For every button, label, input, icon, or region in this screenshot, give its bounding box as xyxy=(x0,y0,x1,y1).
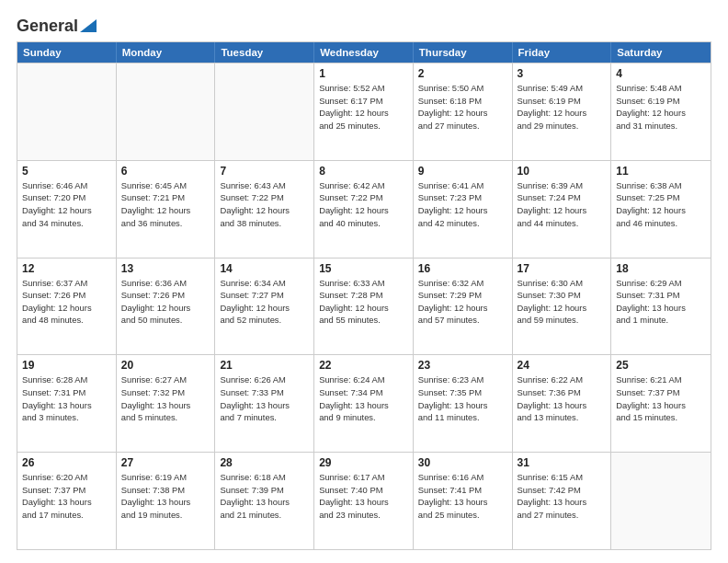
cell-line: Sunset: 7:34 PM xyxy=(319,386,408,399)
cell-line: Daylight: 12 hours xyxy=(319,302,408,315)
cal-row-3: 19Sunrise: 6:28 AMSunset: 7:31 PMDayligh… xyxy=(17,354,711,452)
cell-line: Daylight: 12 hours xyxy=(418,302,507,315)
cal-row-1: 5Sunrise: 6:46 AMSunset: 7:20 PMDaylight… xyxy=(17,160,711,258)
cell-line: Daylight: 12 hours xyxy=(319,107,408,120)
day-number: 16 xyxy=(418,262,507,275)
day-number: 7 xyxy=(220,165,309,178)
cell-line: Sunrise: 6:18 AM xyxy=(220,471,309,484)
cell-line: and 1 minute. xyxy=(616,314,706,327)
cell-line: Sunrise: 5:49 AM xyxy=(518,82,607,95)
day-number: 9 xyxy=(418,165,507,178)
cell-line: and 27 minutes. xyxy=(518,509,607,522)
cell-line: Sunset: 7:21 PM xyxy=(121,191,210,204)
cell-line: Sunrise: 6:27 AM xyxy=(121,373,210,386)
cell-line: Daylight: 12 hours xyxy=(418,204,507,217)
day-number: 27 xyxy=(121,456,210,469)
day-number: 24 xyxy=(518,359,607,372)
cell-line: and 52 minutes. xyxy=(220,314,309,327)
cal-cell: 23Sunrise: 6:23 AMSunset: 7:35 PMDayligh… xyxy=(414,355,513,452)
cell-line: and 27 minutes. xyxy=(418,120,507,132)
cell-line: Sunrise: 6:43 AM xyxy=(220,179,309,192)
calendar-header: SundayMondayTuesdayWednesdayThursdayFrid… xyxy=(17,42,711,63)
cell-line: Daylight: 13 hours xyxy=(418,496,507,509)
cal-cell: 8Sunrise: 6:42 AMSunset: 7:22 PMDaylight… xyxy=(314,161,414,258)
weekday-header-thursday: Thursday xyxy=(414,42,513,63)
cell-line: Sunrise: 6:19 AM xyxy=(121,471,210,484)
cell-line: Sunset: 7:36 PM xyxy=(518,386,607,399)
cal-cell: 31Sunrise: 6:15 AMSunset: 7:42 PMDayligh… xyxy=(513,453,612,549)
day-number: 21 xyxy=(220,359,309,372)
cell-line: Sunset: 7:30 PM xyxy=(518,289,607,302)
cal-row-4: 26Sunrise: 6:20 AMSunset: 7:37 PMDayligh… xyxy=(17,452,711,549)
cell-line: Sunset: 7:27 PM xyxy=(220,289,309,302)
cell-line: Sunrise: 5:50 AM xyxy=(418,82,507,95)
cell-line: Daylight: 13 hours xyxy=(22,399,111,412)
cell-line: Sunrise: 6:32 AM xyxy=(418,277,507,290)
weekday-header-saturday: Saturday xyxy=(611,42,711,63)
cell-line: Daylight: 12 hours xyxy=(319,204,408,217)
cell-line: Daylight: 13 hours xyxy=(22,496,111,509)
cell-line: and 17 minutes. xyxy=(22,509,111,522)
cell-line: Sunset: 7:41 PM xyxy=(418,484,507,497)
svg-marker-0 xyxy=(80,19,97,32)
cell-line: and 31 minutes. xyxy=(616,120,706,132)
day-number: 26 xyxy=(22,456,111,469)
cell-line: Sunset: 7:32 PM xyxy=(121,386,210,399)
day-number: 13 xyxy=(121,262,210,275)
cell-line: Daylight: 12 hours xyxy=(518,107,607,120)
logo: General xyxy=(17,17,97,34)
cell-line: Sunrise: 6:16 AM xyxy=(418,471,507,484)
cell-line: Sunrise: 6:21 AM xyxy=(616,373,706,386)
page: General SundayMondayTuesdayWednesdayThur… xyxy=(0,0,728,563)
cell-line: Sunrise: 6:37 AM xyxy=(22,277,111,290)
cal-cell: 22Sunrise: 6:24 AMSunset: 7:34 PMDayligh… xyxy=(314,355,414,452)
cell-line: Sunset: 6:19 PM xyxy=(518,95,607,108)
cell-line: and 15 minutes. xyxy=(616,411,706,424)
cell-line: Daylight: 13 hours xyxy=(616,399,706,412)
cell-line: Sunrise: 6:34 AM xyxy=(220,277,309,290)
weekday-header-monday: Monday xyxy=(117,42,216,63)
cell-line: Sunrise: 6:38 AM xyxy=(616,179,706,192)
cal-cell: 30Sunrise: 6:16 AMSunset: 7:41 PMDayligh… xyxy=(414,453,513,549)
cell-line: Daylight: 12 hours xyxy=(22,204,111,217)
cell-line: Sunrise: 6:36 AM xyxy=(121,277,210,290)
cell-line: Daylight: 13 hours xyxy=(418,399,507,412)
cell-line: Sunrise: 6:28 AM xyxy=(22,373,111,386)
cal-cell: 20Sunrise: 6:27 AMSunset: 7:32 PMDayligh… xyxy=(117,355,216,452)
cell-line: Sunset: 7:25 PM xyxy=(616,191,706,204)
day-number: 3 xyxy=(518,67,607,80)
cal-cell xyxy=(611,453,711,549)
cal-cell: 5Sunrise: 6:46 AMSunset: 7:20 PMDaylight… xyxy=(17,161,117,258)
weekday-header-sunday: Sunday xyxy=(17,42,117,63)
cell-line: Daylight: 12 hours xyxy=(121,204,210,217)
cell-line: Daylight: 12 hours xyxy=(418,107,507,120)
day-number: 22 xyxy=(319,359,408,372)
cal-cell: 2Sunrise: 5:50 AMSunset: 6:18 PMDaylight… xyxy=(414,63,513,160)
cell-line: and 11 minutes. xyxy=(418,411,507,424)
cal-cell: 18Sunrise: 6:29 AMSunset: 7:31 PMDayligh… xyxy=(611,259,711,355)
cell-line: and 9 minutes. xyxy=(319,411,408,424)
cell-line: Sunset: 7:26 PM xyxy=(22,289,111,302)
cal-cell xyxy=(17,63,117,160)
calendar-body: 1Sunrise: 5:52 AMSunset: 6:17 PMDaylight… xyxy=(17,63,711,549)
cell-line: Sunset: 7:29 PM xyxy=(418,289,507,302)
cal-cell: 19Sunrise: 6:28 AMSunset: 7:31 PMDayligh… xyxy=(17,355,117,452)
day-number: 30 xyxy=(418,456,507,469)
cell-line: and 59 minutes. xyxy=(518,314,607,327)
cell-line: Sunrise: 6:46 AM xyxy=(22,179,111,192)
cal-cell: 3Sunrise: 5:49 AMSunset: 6:19 PMDaylight… xyxy=(513,63,612,160)
cal-cell xyxy=(117,63,216,160)
day-number: 5 xyxy=(22,165,111,178)
cell-line: Daylight: 12 hours xyxy=(220,302,309,315)
day-number: 28 xyxy=(220,456,309,469)
cell-line: Daylight: 12 hours xyxy=(518,302,607,315)
cell-line: and 50 minutes. xyxy=(121,314,210,327)
day-number: 6 xyxy=(121,165,210,178)
cell-line: and 36 minutes. xyxy=(121,217,210,230)
cal-cell xyxy=(215,63,314,160)
cell-line: and 42 minutes. xyxy=(418,217,507,230)
cell-line: and 25 minutes. xyxy=(319,120,408,132)
cell-line: Sunrise: 6:20 AM xyxy=(22,471,111,484)
day-number: 4 xyxy=(616,67,706,80)
day-number: 10 xyxy=(518,165,607,178)
